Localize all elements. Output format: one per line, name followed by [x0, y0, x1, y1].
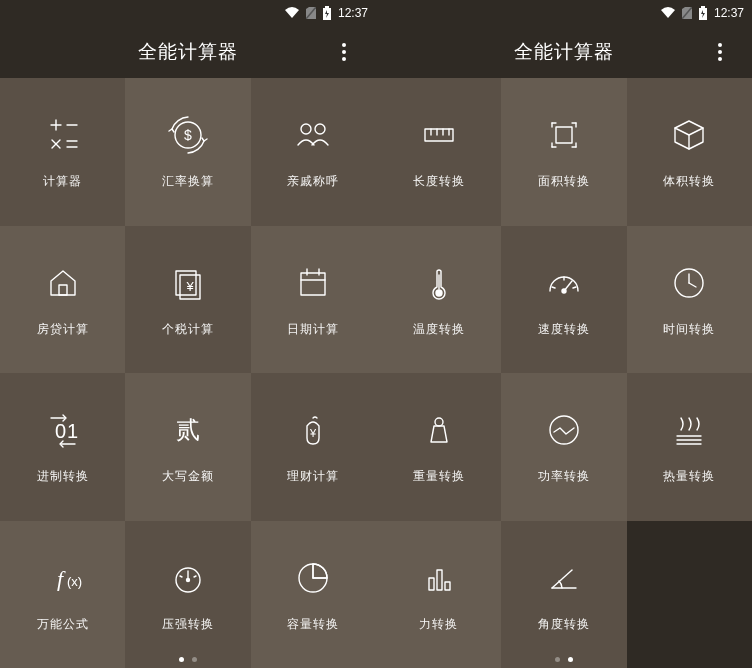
svg-point-16	[301, 124, 311, 134]
svg-text:¥: ¥	[309, 427, 317, 439]
cell-label: 温度转换	[413, 321, 465, 338]
cell-label: 热量转换	[663, 468, 715, 485]
grid-cell-volume[interactable]: 容量转换	[251, 521, 376, 669]
svg-text:¥: ¥	[185, 279, 194, 294]
overflow-menu-button[interactable]	[324, 26, 364, 78]
svg-rect-82	[445, 582, 450, 590]
svg-rect-22	[301, 273, 325, 295]
sim-icon	[306, 7, 316, 19]
angle-icon	[542, 556, 586, 600]
grid-cell-length[interactable]: 长度转换	[376, 78, 501, 226]
grid-cell-finance[interactable]: ¥理财计算	[251, 373, 376, 521]
overflow-menu-button[interactable]	[700, 26, 740, 78]
cell-label: 亲戚称呼	[287, 173, 339, 190]
svg-rect-54	[556, 127, 572, 143]
grid-cell-currency[interactable]: $ 汇率换算	[125, 78, 250, 226]
svg-text:$: $	[184, 127, 192, 143]
finance-icon: ¥	[291, 408, 335, 452]
svg-point-75	[435, 418, 443, 426]
grid-right: 长度转换 面积转换 体积转换 温度转换 速度转换时间转换重量转换功率转换 热量转…	[376, 78, 752, 668]
cell-label: 速度转换	[538, 321, 590, 338]
mortgage-icon	[41, 261, 85, 305]
appbar-title: 全能计算器	[138, 39, 238, 65]
grid-cell-cube[interactable]: 体积转换	[627, 78, 752, 226]
date-icon	[291, 261, 335, 305]
svg-rect-3	[325, 6, 329, 8]
cell-label: 体积转换	[663, 173, 715, 190]
appbar: 全能计算器	[376, 26, 752, 78]
cell-label: 大写金额	[162, 468, 214, 485]
grid-cell-pressure[interactable]: 压强转换	[125, 521, 250, 669]
svg-point-4	[342, 43, 346, 47]
grid-cell-temp[interactable]: 温度转换	[376, 226, 501, 374]
more-vert-icon	[342, 43, 346, 61]
svg-rect-18	[59, 285, 67, 295]
time-icon	[667, 261, 711, 305]
grid-cell-area[interactable]: 面积转换	[501, 78, 626, 226]
svg-point-76	[550, 416, 578, 444]
temp-icon	[417, 261, 461, 305]
grid-cell-mortgage[interactable]: 房贷计算	[0, 226, 125, 374]
relatives-icon	[291, 113, 335, 157]
svg-line-36	[180, 576, 182, 577]
appbar: 全能计算器	[0, 26, 376, 78]
svg-point-66	[436, 290, 442, 296]
cell-label: 时间转换	[663, 321, 715, 338]
svg-point-46	[718, 43, 722, 47]
force-icon	[417, 556, 461, 600]
grid-cell-base[interactable]: 0 1 进制转换	[0, 373, 125, 521]
grid-cell-upper[interactable]: 贰大写金额	[125, 373, 250, 521]
length-icon	[417, 113, 461, 157]
grid-cell-relatives[interactable]: 亲戚称呼	[251, 78, 376, 226]
cell-label: 进制转换	[37, 468, 89, 485]
formula-icon: f (x)	[41, 556, 85, 600]
grid-cell-date[interactable]: 日期计算	[251, 226, 376, 374]
area-icon	[542, 113, 586, 157]
grid-cell-power[interactable]: 功率转换	[501, 373, 626, 521]
power-icon	[542, 408, 586, 452]
phone-left: 12:37 全能计算器 计算器$ 汇率换算 亲戚称呼房贷计算 ¥个税计算 日期计…	[0, 0, 376, 668]
phone-right: 12:37 全能计算器 长度转换 面积转换 体积转换 温度转换 速度转换时间转换…	[376, 0, 752, 668]
cell-label: 日期计算	[287, 321, 339, 338]
svg-text:1: 1	[67, 420, 78, 442]
grid-cell-force[interactable]: 力转换	[376, 521, 501, 669]
volume-icon	[291, 556, 335, 600]
grid-cell-time[interactable]: 时间转换	[627, 226, 752, 374]
heat-icon	[667, 408, 711, 452]
cell-label: 功率转换	[538, 468, 590, 485]
cell-label: 理财计算	[287, 468, 339, 485]
cell-label: 计算器	[43, 173, 82, 190]
clock-text: 12:37	[714, 6, 744, 20]
svg-rect-81	[437, 570, 442, 590]
svg-line-37	[194, 576, 196, 577]
svg-rect-80	[429, 578, 434, 590]
svg-point-6	[342, 57, 346, 61]
grid-cell-formula[interactable]: f (x)万能公式	[0, 521, 125, 669]
svg-line-74	[689, 283, 696, 287]
cell-label: 面积转换	[538, 173, 590, 190]
currency-icon: $	[166, 113, 210, 157]
svg-point-17	[315, 124, 325, 134]
grid-cell-tax[interactable]: ¥个税计算	[125, 226, 250, 374]
cell-label: 容量转换	[287, 616, 339, 633]
grid-cell-angle[interactable]: 角度转换	[501, 521, 626, 669]
grid-cell-calc[interactable]: 计算器	[0, 78, 125, 226]
grid-cell-heat[interactable]: 热量转换	[627, 373, 752, 521]
more-vert-icon	[718, 43, 722, 61]
grid-cell-speed[interactable]: 速度转换	[501, 226, 626, 374]
wifi-icon	[284, 7, 300, 19]
grid-cell-empty	[627, 521, 752, 669]
statusbar: 12:37	[376, 0, 752, 26]
grid-cell-weight[interactable]: 重量转换	[376, 373, 501, 521]
cell-label: 个税计算	[162, 321, 214, 338]
cell-label: 力转换	[419, 616, 458, 633]
sim-icon	[682, 7, 692, 19]
cell-label: 房贷计算	[37, 321, 89, 338]
grid-left: 计算器$ 汇率换算 亲戚称呼房贷计算 ¥个税计算 日期计算0 1 进制转换贰大写…	[0, 78, 376, 668]
appbar-title: 全能计算器	[514, 39, 614, 65]
battery-icon	[698, 6, 708, 20]
svg-text:贰: 贰	[176, 417, 200, 443]
tax-icon: ¥	[166, 261, 210, 305]
svg-text:f: f	[57, 566, 66, 591]
svg-rect-45	[701, 6, 705, 8]
